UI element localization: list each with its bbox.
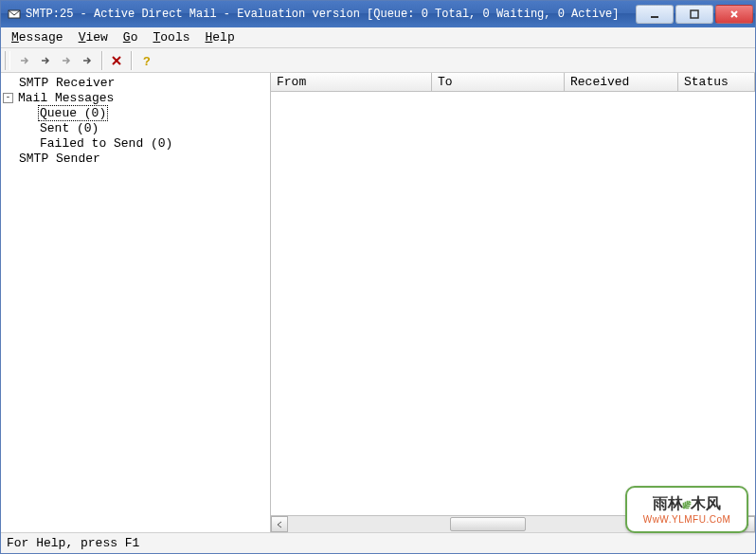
list-header: From To Received Status xyxy=(271,73,755,92)
statusbar: For Help, press F1 xyxy=(1,532,755,553)
window-title: SMTP:25 - Active Direct Mail - Evaluatio… xyxy=(26,8,636,21)
close-button[interactable] xyxy=(715,5,753,24)
window-controls xyxy=(636,5,753,24)
watermark-badge: 雨林⸙木风 WwW.YLMFU.CoM xyxy=(625,486,748,533)
column-received[interactable]: Received xyxy=(565,73,678,91)
menu-view[interactable]: View xyxy=(71,28,116,46)
collapse-icon[interactable]: - xyxy=(3,93,13,103)
watermark-title: 雨林⸙木风 xyxy=(653,494,721,514)
toolbar-help[interactable]: ? xyxy=(135,50,156,71)
menu-help[interactable]: Help xyxy=(198,28,243,46)
toolbar-separator-1 xyxy=(101,51,102,70)
toolbar-arrow-4[interactable] xyxy=(77,50,98,71)
scroll-thumb[interactable] xyxy=(450,517,526,531)
toolbar-separator-2 xyxy=(131,51,132,70)
leaf-icon: ⸙ xyxy=(683,495,691,511)
toolbar-grip xyxy=(5,51,10,70)
tree-item-smtp-sender[interactable]: SMTP Sender xyxy=(3,151,268,166)
menu-tools[interactable]: Tools xyxy=(145,28,197,46)
tree-item-queue[interactable]: Queue (0) xyxy=(3,105,268,120)
app-icon xyxy=(7,7,22,22)
column-to[interactable]: To xyxy=(432,73,565,91)
client-area: SMTP Receiver - Mail Messages Queue (0) … xyxy=(1,73,755,532)
menubar: Message View Go Tools Help xyxy=(1,27,755,48)
svg-rect-2 xyxy=(691,10,698,18)
list-pane: From To Received Status xyxy=(271,73,755,532)
tree-item-smtp-receiver[interactable]: SMTP Receiver xyxy=(3,75,268,90)
menu-go[interactable]: Go xyxy=(116,28,146,46)
scroll-left-button[interactable] xyxy=(271,516,288,532)
toolbar: ? xyxy=(1,48,755,73)
titlebar: SMTP:25 - Active Direct Mail - Evaluatio… xyxy=(1,1,755,27)
status-text: For Help, press F1 xyxy=(7,536,139,550)
tree-item-failed[interactable]: Failed to Send (0) xyxy=(3,135,268,151)
toolbar-arrow-3[interactable] xyxy=(56,50,77,71)
toolbar-delete[interactable] xyxy=(106,50,127,71)
minimize-button[interactable] xyxy=(636,5,674,24)
tree-pane[interactable]: SMTP Receiver - Mail Messages Queue (0) … xyxy=(1,73,271,532)
list-body[interactable] xyxy=(271,92,755,515)
column-from[interactable]: From xyxy=(271,73,432,91)
toolbar-arrow-1[interactable] xyxy=(14,50,35,71)
column-status[interactable]: Status xyxy=(678,73,755,91)
maximize-button[interactable] xyxy=(675,5,713,24)
tree-item-mail-messages[interactable]: - Mail Messages xyxy=(3,90,268,105)
tree-item-sent[interactable]: Sent (0) xyxy=(3,120,268,135)
toolbar-arrow-2[interactable] xyxy=(35,50,56,71)
menu-message[interactable]: Message xyxy=(4,28,71,46)
watermark-url: WwW.YLMFU.CoM xyxy=(643,514,731,525)
svg-text:?: ? xyxy=(143,55,151,67)
